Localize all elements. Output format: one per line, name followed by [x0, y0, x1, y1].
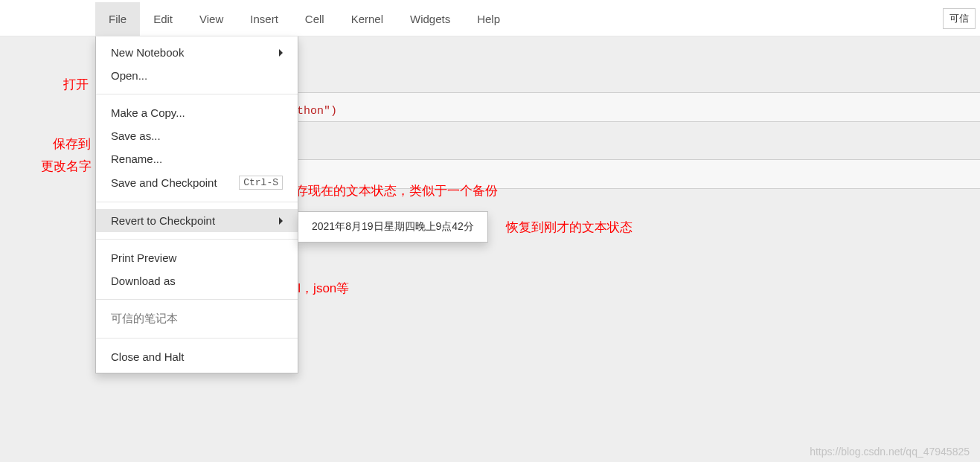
menu-rename[interactable]: Rename... — [96, 147, 298, 170]
annotation-save-to: 保存到 — [53, 135, 91, 153]
menu-save-as-label: Save as... — [111, 129, 161, 142]
menu-print-preview[interactable]: Print Preview — [96, 246, 298, 269]
menu-save-checkpoint-label: Save and Checkpoint — [111, 176, 217, 189]
annotation-rename: 更改名字 — [41, 158, 92, 175]
menu-close-halt-label: Close and Halt — [111, 350, 184, 363]
trust-badge[interactable]: 可信 — [943, 8, 976, 29]
menu-divider — [96, 202, 298, 202]
menu-revert-checkpoint-label: Revert to Checkpoint — [111, 214, 215, 227]
annotation-revert: 恢复到刚才的文本状态 — [506, 219, 632, 236]
menu-close-halt[interactable]: Close and Halt — [96, 345, 298, 368]
menu-help[interactable]: Help — [464, 2, 513, 36]
menu-divider — [96, 299, 298, 300]
menu-divider — [96, 338, 298, 339]
watermark: https://blog.csdn.net/qq_47945825 — [810, 446, 970, 458]
chevron-right-icon — [279, 49, 283, 57]
checkpoint-time-label: 2021年8月19日星期四晚上9点42分 — [312, 220, 474, 234]
menu-make-copy-label: Make a Copy... — [111, 106, 185, 119]
menu-open[interactable]: Open... — [96, 64, 298, 87]
menu-kernel[interactable]: Kernel — [338, 2, 397, 36]
menu-download-as[interactable]: Download as — [96, 269, 298, 292]
revert-submenu: 2021年8月19日星期四晚上9点42分 — [298, 211, 488, 243]
menu-trusted-notebook-label: 可信的笔记本 — [111, 312, 178, 326]
menu-rename-label: Rename... — [111, 153, 162, 165]
file-dropdown: New Notebook Open... Make a Copy... Save… — [95, 36, 298, 373]
menu-view[interactable]: View — [186, 2, 237, 36]
menu-divider — [96, 239, 298, 240]
shortcut-badge: Ctrl-S — [239, 176, 283, 190]
menu-open-label: Open... — [111, 69, 147, 82]
menu-widgets[interactable]: Widgets — [397, 2, 464, 36]
annotation-save-checkpoint: 保存现在的文本状态，类似于一个备份 — [283, 182, 498, 199]
code-fragment: thon") — [297, 105, 337, 118]
menu-cell[interactable]: Cell — [292, 2, 338, 36]
chevron-right-icon — [279, 217, 283, 225]
menu-insert[interactable]: Insert — [237, 2, 292, 36]
menu-file[interactable]: File — [95, 2, 140, 36]
menu-new-notebook[interactable]: New Notebook — [96, 41, 298, 64]
menu-make-copy[interactable]: Make a Copy... — [96, 101, 298, 124]
menu-download-as-label: Download as — [111, 275, 176, 287]
menu-save-checkpoint[interactable]: Save and Checkpoint Ctrl-S — [96, 170, 298, 195]
annotation-open: 打开 — [63, 76, 89, 93]
menu-divider — [96, 94, 298, 94]
menu-new-notebook-label: New Notebook — [111, 46, 184, 59]
menu-revert-checkpoint[interactable]: Revert to Checkpoint — [96, 209, 298, 232]
menubar: File Edit View Insert Cell Kernel Widget… — [0, 2, 980, 36]
menu-save-as[interactable]: Save as... — [96, 124, 298, 147]
menu-trusted-notebook: 可信的笔记本 — [96, 307, 298, 331]
menu-edit[interactable]: Edit — [140, 2, 186, 36]
checkpoint-entry[interactable]: 2021年8月19日星期四晚上9点42分 — [298, 216, 487, 238]
menu-print-preview-label: Print Preview — [111, 251, 176, 264]
